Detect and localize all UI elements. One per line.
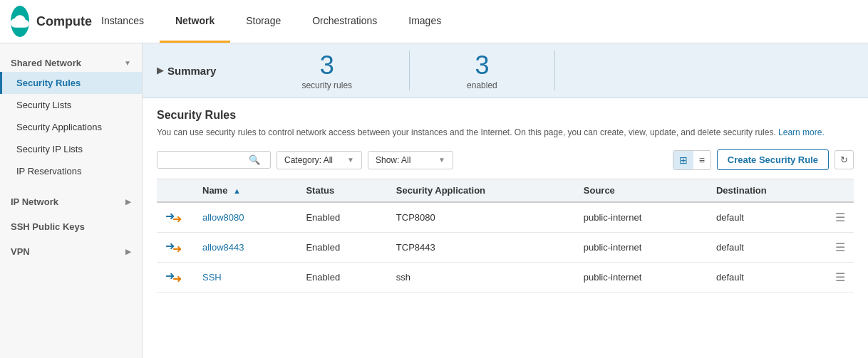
table-row: ➜ ➜ allow8080 Enabled TCP8080 public-int… [157,202,854,233]
col-status: Status [297,179,387,203]
sidebar-item-security-rules[interactable]: Security Rules [0,72,142,94]
chevron-down-icon: ▼ [124,59,131,67]
col-name[interactable]: Name ▲ [194,179,297,203]
security-rule-icon: ➜ ➜ [165,269,185,283]
sidebar-item-security-lists[interactable]: Security Lists [0,94,142,116]
row-security-app[interactable]: ssh [388,263,575,293]
collapse-triangle-icon[interactable]: ▶ [157,65,163,75]
sidebar-section-shared-network[interactable]: Shared Network ▼ [0,51,142,72]
row-security-app[interactable]: TCP8443 [388,233,575,263]
grid-view-button[interactable]: ⊞ [673,151,693,169]
col-icon [157,179,194,203]
vpn-label: VPN [11,246,30,257]
table-header-row: Name ▲ Status Security Application Sourc… [157,179,854,203]
page-title: Security Rules [157,109,854,122]
enabled-label: enabled [467,80,497,90]
row-menu-cell: ☰ [827,202,854,233]
col-security-app: Security Application [388,179,575,203]
row-status: Enabled [297,233,387,263]
row-security-app[interactable]: TCP8080 [388,202,575,233]
ssh-keys-label: SSH Public Keys [11,221,85,232]
col-source: Source [575,179,708,203]
search-input[interactable] [163,155,249,165]
summary-bar: ▶ Summary 3 security rules 3 enabled [143,43,868,98]
table-row: ➜ ➜ allow8443 Enabled TCP8443 public-int… [157,233,854,263]
summary-title: ▶ Summary [157,65,216,77]
sidebar-item-ip-reservations[interactable]: IP Reservations [0,160,142,182]
row-source[interactable]: public-internet [575,202,708,233]
app-logo [11,6,29,37]
ip-network-label: IP Network [11,196,58,207]
sort-icon: ▲ [233,186,241,195]
sidebar-section-vpn[interactable]: VPN ▶ [0,239,142,260]
row-destination: default [708,202,827,233]
row-icon-cell: ➜ ➜ [157,263,194,293]
security-rule-icon: ➜ ➜ [165,239,185,253]
row-destination: default [708,233,827,263]
summary-stat-security-rules: 3 security rules [244,51,410,90]
header: Compute Instances Network Storage Orches… [0,0,868,43]
category-dropdown[interactable]: Category: All ▼ [277,151,362,169]
row-source[interactable]: public-internet [575,263,708,293]
content-description: You can use security rules to control ne… [157,126,854,139]
list-view-button[interactable]: ≡ [693,151,711,169]
view-toggle: ⊞ ≡ [673,150,711,170]
toolbar: 🔍 Category: All ▼ Show: All ▼ ⊞ ≡ Create… [157,149,854,170]
layout: Shared Network ▼ Security Rules Security… [0,43,868,358]
sidebar-section-ssh-keys[interactable]: SSH Public Keys [0,214,142,236]
search-box[interactable]: 🔍 [157,151,271,169]
nav-network[interactable]: Network [160,0,230,43]
learn-more-link[interactable]: Learn more. [778,127,825,137]
refresh-button[interactable]: ↻ [835,150,854,169]
row-name[interactable]: SSH [194,263,297,293]
shared-network-label: Shared Network [11,58,81,68]
cloud-icon [11,12,29,31]
nav-instances[interactable]: Instances [86,0,160,43]
summary-stat-enabled: 3 enabled [410,51,555,90]
row-menu-cell: ☰ [827,263,854,293]
col-actions [827,179,854,203]
row-source[interactable]: public-internet [575,233,708,263]
row-status: Enabled [297,263,387,293]
sidebar-section-ip-network[interactable]: IP Network ▶ [0,189,142,211]
main-nav: Instances Network Storage Orchestrations… [86,0,457,43]
row-icon-cell: ➜ ➜ [157,202,194,233]
table-row: ➜ ➜ SSH Enabled ssh public-internet defa… [157,263,854,293]
row-status: Enabled [297,202,387,233]
row-actions-menu[interactable]: ☰ [835,211,845,224]
row-icon-cell: ➜ ➜ [157,233,194,263]
app-title: Compute [36,14,92,29]
nav-orchestrations[interactable]: Orchestrations [296,0,393,43]
security-rules-label: security rules [301,80,352,90]
nav-images[interactable]: Images [393,0,457,43]
row-actions-menu[interactable]: ☰ [835,241,845,254]
show-dropdown[interactable]: Show: All ▼ [368,151,453,169]
chevron-right-icon: ▶ [125,198,131,206]
security-rule-icon: ➜ ➜ [165,209,185,223]
row-actions-menu[interactable]: ☰ [835,270,845,284]
sidebar: Shared Network ▼ Security Rules Security… [0,43,143,358]
chevron-right-icon-vpn: ▶ [125,248,131,256]
arrow-left-icon: ➜ [172,272,182,285]
nav-storage[interactable]: Storage [230,0,296,43]
security-rules-count: 3 [320,51,334,80]
row-menu-cell: ☰ [827,233,854,263]
search-icon: 🔍 [249,154,260,165]
content-area: Security Rules You can use security rule… [143,98,868,303]
create-security-rule-button[interactable]: Create Security Rule [717,149,829,170]
arrow-left-icon: ➜ [172,242,182,256]
main-content: ▶ Summary 3 security rules 3 enabled Sec… [143,43,868,358]
enabled-count: 3 [475,51,489,80]
sidebar-item-security-applications[interactable]: Security Applications [0,116,142,138]
row-destination: default [708,263,827,293]
col-destination: Destination [708,179,827,203]
row-name[interactable]: allow8080 [194,202,297,233]
security-rules-table: Name ▲ Status Security Application Sourc… [157,179,854,293]
arrow-left-icon: ➜ [172,212,182,226]
chevron-down-icon: ▼ [347,156,354,164]
row-name[interactable]: allow8443 [194,233,297,263]
chevron-down-icon: ▼ [438,156,445,164]
logo-area: Compute [0,6,86,37]
sidebar-item-security-ip-lists[interactable]: Security IP Lists [0,138,142,160]
